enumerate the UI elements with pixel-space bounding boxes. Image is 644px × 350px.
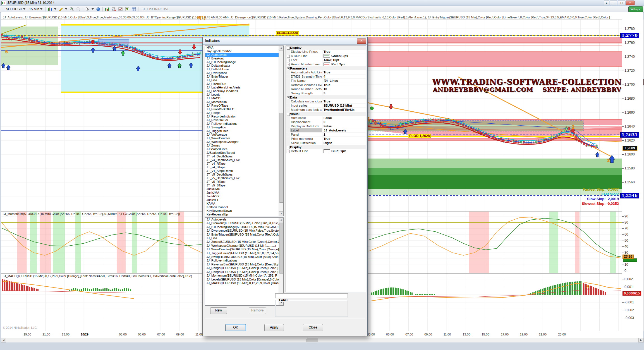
property-value[interactable]: 4 [322,75,366,78]
property-value[interactable]: 5 [322,91,366,95]
configured-indicator-item[interactable]: JJ_Range($EURUSD (15 Min),Color [Green],… [205,270,283,274]
configured-indicator-item[interactable]: JJ_RolloverIndications [205,259,283,262]
configured-indicator-item[interactable]: JJ_Range($EURUSD (15 Min),Color [Green],… [205,266,283,270]
configured-indicator-item[interactable]: JJ_WorkspaceChanger($EURUSD (15 Min),...… [205,244,283,248]
toolbar-grip[interactable] [2,7,3,11]
indicator-list-item[interactable]: JJ_Momentum [205,100,283,104]
configured-indicator-item[interactable]: JJ_TriggerLines($EURUSD (15 Min),0,0,0,0… [205,251,283,255]
indicator-list-item[interactable]: KeyReversalUp [205,213,283,216]
grid-panel-button[interactable] [131,7,136,11]
available-indicators-list[interactable]: HMAJaySignalTrendV7JJ_AutoLevelsJJ_Break… [205,45,284,216]
property-section-header[interactable]: −Visual [286,112,366,116]
property-row[interactable]: +FontArial; 10pt [286,58,366,62]
indicator-list-item[interactable]: JJ_RecorderIndicator [205,115,283,118]
property-row[interactable]: Auto scaleFalse [286,116,366,120]
configured-indicator-item[interactable]: JJ_BTOpeningRange($EURUSD (15 Min),8:45 … [205,225,283,229]
close-dialog-button[interactable]: Close [303,324,323,331]
expand-icon[interactable]: + [287,59,290,62]
property-row[interactable]: +DT/DB LineGreen; 2px [286,54,366,58]
chevron-down-icon[interactable] [54,8,56,10]
minimize-button[interactable]: — [610,1,617,5]
indicator-list-item[interactable]: JJ_WorkspaceChanger [205,140,283,144]
property-value[interactable]: True [322,70,366,74]
property-value[interactable]: Blue; 1px [322,149,366,153]
zoom-out-button[interactable] [76,7,81,11]
configured-indicator-item[interactable]: JJ_Levels($EURUSD (15 Min),Color [Orange… [205,278,283,281]
indicator-list-item[interactable]: JurikDMX [205,187,283,191]
indicator-list-item[interactable]: JurikRSX [205,195,283,198]
chevron-down-icon[interactable] [92,8,94,10]
indicator-list-item[interactable]: JurikJMA [205,191,283,195]
interval-selector[interactable]: 15 Min [28,7,43,11]
chevron-down-icon[interactable] [65,8,67,10]
property-row[interactable]: Panel1 [286,133,366,137]
property-row[interactable]: Calculate on bar closeTrue [286,99,366,104]
resize-grip[interactable]: ⋰ [364,333,367,336]
collapse-icon[interactable]: − [287,113,290,116]
workspace-tab[interactable]: Wrkspc [628,6,643,12]
remove-button[interactable]: Remove [249,307,266,314]
property-value[interactable]: Green; 2px [322,54,366,58]
property-row[interactable]: Automatically Add LineTrue [286,70,366,75]
close-button[interactable]: ✕ [626,1,635,5]
indicator-list-item[interactable]: KAMA [205,202,283,205]
configured-indicator-item[interactable]: JJ_EntryTrigger($EURUSD (15 Min),Color [… [205,233,283,236]
indicator-list-item[interactable]: JJ_WaveCounter [205,136,283,140]
property-value[interactable]: True [322,50,366,54]
indicator-list-item[interactable]: JJ_LabelHorzLinesAlerts [205,86,283,89]
scroll-up-button[interactable]: ▲ [279,218,284,222]
property-row[interactable]: Swing Strength5 [286,91,366,95]
indicator-list-item[interactable]: JJ_Breakout [205,57,283,60]
indicator-list-item[interactable]: JT_v4_RTape [205,162,283,166]
indicator-list-item[interactable]: JJ_VolAverage [205,133,283,136]
scrollbar-thumb[interactable] [279,113,283,203]
zoom-in-button[interactable] [69,7,74,11]
indicator-list-item[interactable]: JJScalperStopTarget [205,151,283,155]
list-scrollbar[interactable]: ▲▼ [279,46,283,216]
property-row[interactable]: Remove Violated LevelTrue [286,83,366,87]
indicator-list-item[interactable]: JT_v5_RTape [205,180,283,184]
indicator-list-item[interactable]: JJ_TriggerLines [205,129,283,133]
expand-icon[interactable]: + [287,55,290,58]
price-axis[interactable]: 1,27801,27601,27401,27201,27001,26801,26… [622,20,643,331]
scroll-up-button[interactable]: ▲ [279,46,284,51]
indicator-list-item[interactable]: JaySignalTrendV7 [205,49,283,53]
configured-indicator-item[interactable]: JJ_WaveCounter($EURUSD (15 Min),Color [O… [205,248,283,251]
scroll-down-button[interactable]: ▼ [279,211,284,216]
configured-indicator-item[interactable]: JJ_Divergence($EURUSD (15 Min),False,Tru… [205,229,283,232]
property-value[interactable]: 10 [322,87,366,91]
property-grid[interactable]: −DisplayDisplay Line PricesTrue+DT/DB Li… [286,45,366,292]
expand-icon[interactable]: + [287,63,290,66]
indicator-list-item[interactable]: JJ_AutoLevels [205,53,283,57]
indicator-list-item[interactable]: JT_v4_DepthSales_Live [205,158,283,162]
property-value[interactable]: 1 [322,133,366,136]
chart-style-button[interactable] [47,7,52,11]
property-row[interactable]: LabelJJ_AutoLevels [286,128,366,133]
configured-indicator-item[interactable]: JJ_Momentum($EURUSD (15 Min),Color [A=25… [205,274,283,277]
configured-indicator-item[interactable]: JJ_Fibs [205,236,283,240]
indicator-list-item[interactable]: JJ_Fibs [205,78,283,82]
property-section-header[interactable]: −Display [286,145,366,149]
indicator-list-item[interactable]: JJ_PaceOfTape [205,104,283,107]
property-value[interactable]: $EURUSD (15 Min) [322,104,366,107]
collapse-icon[interactable]: − [287,146,290,149]
configured-indicator-item[interactable]: JJ_Zones($EURUSD (15 Min),Color [Green],… [205,240,283,244]
configured-indicator-item[interactable]: JJ_Breakout($EURUSD (15 Min),Color [Blue… [205,221,283,225]
collapse-icon[interactable]: − [287,96,290,99]
indicator-list-item[interactable]: JJ_Range [205,111,283,115]
collapse-icon[interactable]: − [287,47,290,50]
property-row[interactable]: Input series$EURUSD (15 Min) [286,104,366,108]
property-value[interactable]: False [322,124,366,128]
property-value[interactable]: True [322,83,366,87]
configured-indicator-item[interactable]: JJ_ReversalBar($EURUSD (15 Min),Color [D… [205,263,283,266]
account-dollar-button[interactable]: $ [125,7,130,11]
configured-indicator-item[interactable]: JJ_MACD($EURUSD (15 Min),0,12,26,9,Color… [205,281,283,285]
data-box-button[interactable] [96,7,100,11]
property-row[interactable]: Scale justificationRight [286,141,366,145]
property-row[interactable]: +Default LineBlue; 1px [286,149,366,153]
indicator-list-item[interactable]: JJ_PriorWeekOHLC [205,107,283,111]
indicator-list-item[interactable]: JurikVEL [205,198,283,202]
property-row[interactable]: Display Line PricesTrue [286,50,366,54]
apply-button[interactable]: Apply [264,324,284,331]
ok-button[interactable]: OK [225,324,246,331]
